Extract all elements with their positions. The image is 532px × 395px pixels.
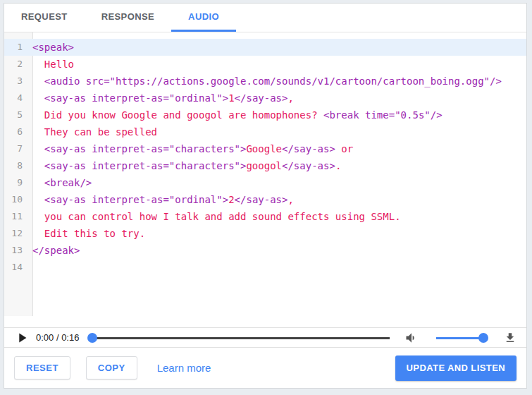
code-text: you can control how I talk and add sound… [28,208,401,225]
code-line-5[interactable]: 5 Did you know Google and googol are hom… [4,107,526,123]
line-number: 13 [4,242,28,259]
reset-button[interactable]: RESET [14,356,70,379]
code-text: <say-as interpret-as="ordinal">2</say-as… [28,191,294,208]
volume-slider[interactable] [436,333,488,343]
line-number: 10 [4,191,28,208]
volume-up-icon[interactable] [404,331,419,345]
code-line-6[interactable]: 6 They can be spelled [4,123,526,140]
line-number: 1 [4,39,28,56]
tab-bar: REQUEST RESPONSE AUDIO [4,4,526,32]
line-number: 5 [4,107,28,123]
code-text: Did you know Google and googol are homop… [28,107,443,123]
line-number: 9 [4,174,28,191]
code-text: <say-as interpret-as="characters">googol… [28,157,341,174]
code-line-1[interactable]: 1<speak> [4,39,526,56]
seek-track [92,337,390,339]
tab-response[interactable]: RESPONSE [85,4,171,32]
audio-player: 0:00 / 0:16 [4,327,526,348]
line-number: 14 [4,259,28,276]
download-icon [504,332,516,344]
tab-request[interactable]: REQUEST [4,4,85,32]
footer-toolbar: RESET COPY Learn more UPDATE AND LISTEN [4,348,526,388]
line-number: 4 [4,90,28,107]
code-text: </speak> [28,242,80,259]
seek-bar[interactable] [87,333,390,343]
code-line-12[interactable]: 12 Edit this to try. [4,225,526,242]
code-line-9[interactable]: 9 <break/> [4,174,526,191]
code-line-14[interactable]: 14 [4,259,526,276]
learn-more-link[interactable]: Learn more [157,362,211,374]
line-number: 6 [4,123,28,140]
line-number: 7 [4,140,28,157]
code-line-8[interactable]: 8 <say-as interpret-as="characters">goog… [4,157,526,174]
download-button[interactable] [504,332,516,344]
code-line-10[interactable]: 10 <say-as interpret-as="ordinal">2</say… [4,191,526,208]
code-text: <say-as interpret-as="ordinal">1</say-as… [28,90,294,107]
code-text: <audio src="https://actions.google.com/s… [28,73,502,90]
code-line-7[interactable]: 7 <say-as interpret-as="characters">Goog… [4,140,526,157]
line-number: 3 [4,73,28,90]
seek-thumb[interactable] [87,333,97,343]
code-text [28,259,32,276]
code-line-2[interactable]: 2 Hello [4,56,526,73]
line-number: 8 [4,157,28,174]
line-number: 12 [4,225,28,242]
copy-button[interactable]: COPY [86,356,137,379]
line-number: 2 [4,56,28,73]
code-text: They can be spelled [28,123,157,140]
code-line-13[interactable]: 13</speak> [4,242,526,259]
code-text: <break/> [28,174,92,191]
volume-thumb[interactable] [478,333,488,343]
play-icon [14,330,30,346]
code-line-3[interactable]: 3 <audio src="https://actions.google.com… [4,73,526,90]
playback-time: 0:00 / 0:16 [36,332,79,343]
code-line-11[interactable]: 11 you can control how I talk and add so… [4,208,526,225]
code-text: <say-as interpret-as="characters">Google… [28,140,353,157]
update-and-listen-button[interactable]: UPDATE AND LISTEN [395,356,516,381]
play-button[interactable] [14,330,30,346]
code-text: Edit this to try. [28,225,145,242]
ssml-code-editor[interactable]: 1<speak>2 Hello3 <audio src="https://act… [4,32,526,327]
code-line-4[interactable]: 4 <say-as interpret-as="ordinal">1</say-… [4,90,526,107]
code-text: Hello [28,56,74,73]
code-text: <speak> [28,39,74,56]
ssml-audio-panel: REQUEST RESPONSE AUDIO 1<speak>2 Hello3 … [4,3,527,389]
tab-audio[interactable]: AUDIO [171,4,236,32]
code-lines: 1<speak>2 Hello3 <audio src="https://act… [4,39,526,276]
line-number: 11 [4,208,28,225]
